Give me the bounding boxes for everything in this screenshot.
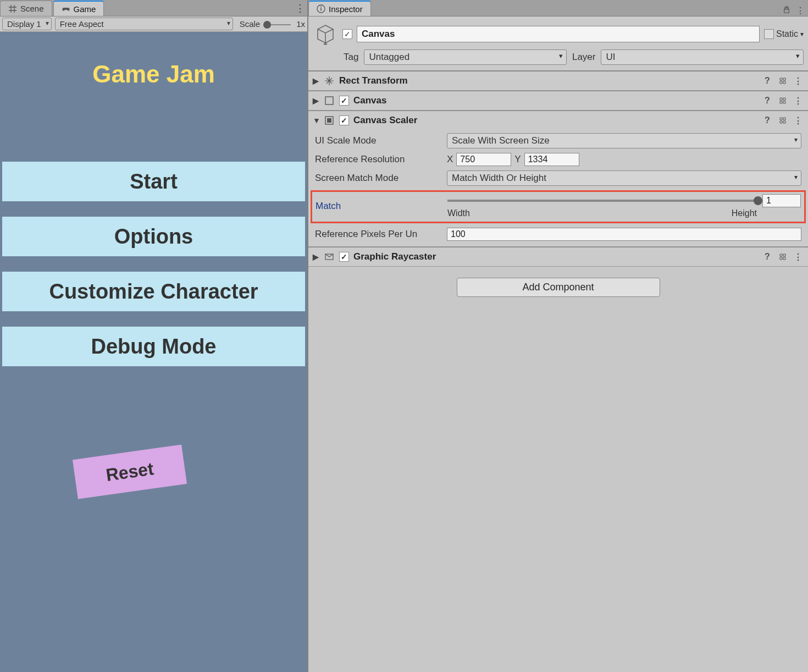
tab-inspector-label: Inspector — [329, 4, 363, 14]
fold-icon: ▼ — [313, 116, 319, 125]
svg-rect-2 — [320, 8, 322, 11]
static-label: Static — [776, 29, 798, 39]
ui-scale-mode-dropdown[interactable]: Scale With Screen Size — [447, 133, 801, 148]
ref-resolution-y-field[interactable] — [524, 153, 579, 166]
ppu-field[interactable] — [447, 228, 801, 241]
screen-match-mode-value: Match Width Or Height — [452, 173, 546, 183]
match-highlight: Match Width Height — [311, 190, 806, 223]
component-menu-icon[interactable]: ⋮ — [793, 115, 804, 126]
game-title: Game Jam — [0, 60, 307, 88]
preset-icon[interactable] — [777, 115, 788, 126]
scale-slider-knob[interactable] — [263, 21, 271, 29]
rect-transform-title: Rect Transform — [339, 75, 757, 86]
fold-icon: ▶ — [313, 76, 319, 85]
layer-label: Layer — [572, 52, 596, 63]
grid-icon — [8, 4, 17, 13]
x-label: X — [447, 154, 453, 165]
lock-icon[interactable] — [783, 6, 790, 16]
ref-resolution-x-field[interactable] — [456, 153, 511, 166]
game-toolbar: Display 1 Free Aspect Scale 1x — [0, 16, 307, 32]
tab-scene[interactable]: Scene — [0, 1, 52, 16]
scale-label: Scale — [240, 19, 261, 29]
layer-dropdown[interactable]: UI — [601, 49, 804, 65]
tab-game-label: Game — [74, 4, 96, 14]
preset-icon[interactable] — [777, 95, 788, 106]
raycaster-enable-checkbox[interactable]: ✓ — [339, 252, 349, 262]
component-rect-transform: ▶ Rect Transform ? ⋮ — [308, 71, 808, 91]
svg-rect-3 — [325, 97, 333, 104]
component-menu-icon[interactable]: ⋮ — [793, 251, 804, 262]
customize-button[interactable]: Customize Character — [2, 272, 305, 311]
fold-icon: ▶ — [313, 252, 319, 261]
screen-match-mode-dropdown[interactable]: Match Width Or Height — [447, 170, 801, 186]
canvas-scaler-title: Canvas Scaler — [353, 115, 757, 126]
help-icon[interactable]: ? — [762, 251, 773, 262]
match-label: Match — [316, 201, 447, 212]
canvas-scaler-icon — [324, 115, 335, 126]
aspect-value: Free Aspect — [60, 19, 104, 29]
preset-icon[interactable] — [777, 251, 788, 262]
help-icon[interactable]: ? — [762, 115, 773, 126]
tab-context-menu[interactable]: ⋮ — [293, 1, 307, 16]
canvas-icon — [324, 95, 335, 106]
canvas-scaler-enable-checkbox[interactable]: ✓ — [339, 115, 349, 125]
cube-icon — [314, 23, 336, 45]
match-width-label: Width — [447, 208, 470, 218]
game-tab-bar: Scene Game ⋮ — [0, 0, 307, 16]
tag-value: Untagged — [369, 52, 409, 62]
canvas-header[interactable]: ▶ ✓ Canvas ? ⋮ — [308, 91, 808, 110]
canvas-enable-checkbox[interactable]: ✓ — [339, 96, 349, 106]
canvas-scaler-header[interactable]: ▼ ✓ Canvas Scaler ? ⋮ — [308, 111, 808, 130]
component-canvas-scaler: ▼ ✓ Canvas Scaler ? ⋮ UI Scale Mode Scal… — [308, 111, 808, 247]
graphic-raycaster-header[interactable]: ▶ ✓ Graphic Raycaster ? ⋮ — [308, 247, 808, 266]
match-slider[interactable] — [447, 200, 758, 202]
object-name-field[interactable] — [357, 26, 760, 42]
display-dropdown[interactable]: Display 1 — [2, 18, 52, 30]
inspector-context-menu[interactable]: ⋮ — [796, 5, 805, 16]
inspector-header: ✓ Static ▾ Tag Untagged Layer UI — [308, 16, 808, 71]
scale-slider[interactable] — [263, 20, 291, 29]
active-checkbox[interactable]: ✓ — [342, 29, 352, 39]
game-view: Game Jam Start Options Customize Charact… — [0, 32, 307, 672]
static-dropdown-arrow[interactable]: ▾ — [800, 30, 804, 38]
object-icon[interactable] — [313, 23, 338, 45]
match-height-label: Height — [732, 208, 757, 218]
tag-dropdown[interactable]: Untagged — [364, 49, 567, 65]
component-menu-icon[interactable]: ⋮ — [793, 95, 804, 106]
layer-value: UI — [606, 52, 615, 62]
screen-match-mode-label: Screen Match Mode — [315, 173, 447, 184]
ui-scale-mode-label: UI Scale Mode — [315, 135, 447, 146]
component-graphic-raycaster: ▶ ✓ Graphic Raycaster ? ⋮ — [308, 247, 808, 267]
help-icon[interactable]: ? — [762, 75, 773, 86]
help-icon[interactable]: ? — [762, 95, 773, 106]
add-component-button[interactable]: Add Component — [457, 278, 660, 297]
canvas-title: Canvas — [353, 95, 757, 106]
aspect-dropdown[interactable]: Free Aspect — [55, 18, 233, 30]
ui-scale-mode-value: Scale With Screen Size — [452, 135, 550, 146]
component-menu-icon[interactable]: ⋮ — [793, 75, 804, 86]
preset-icon[interactable] — [777, 75, 788, 86]
rect-transform-header[interactable]: ▶ Rect Transform ? ⋮ — [308, 71, 808, 90]
tab-inspector[interactable]: Inspector — [308, 1, 371, 16]
match-value-field[interactable] — [762, 194, 801, 207]
inspector-tab-bar: Inspector ⋮ — [308, 0, 808, 16]
rect-transform-icon — [324, 75, 335, 86]
graphic-raycaster-icon — [324, 251, 335, 262]
display-value: Display 1 — [7, 19, 41, 29]
tab-game[interactable]: Game — [53, 1, 104, 16]
component-canvas: ▶ ✓ Canvas ? ⋮ — [308, 91, 808, 111]
info-icon — [317, 4, 325, 13]
debug-button[interactable]: Debug Mode — [2, 327, 305, 366]
ppu-label: Reference Pixels Per Un — [315, 229, 447, 240]
svg-point-1 — [320, 7, 322, 8]
reset-button[interactable]: Reset — [73, 444, 187, 499]
match-slider-knob[interactable] — [754, 196, 762, 205]
scale-value: 1x — [296, 19, 305, 29]
svg-rect-5 — [327, 118, 331, 123]
fold-icon: ▶ — [313, 96, 319, 105]
ref-resolution-label: Reference Resolution — [315, 154, 447, 165]
start-button[interactable]: Start — [2, 162, 305, 201]
tag-label: Tag — [344, 52, 358, 63]
static-checkbox[interactable] — [764, 29, 774, 39]
options-button[interactable]: Options — [2, 217, 305, 256]
